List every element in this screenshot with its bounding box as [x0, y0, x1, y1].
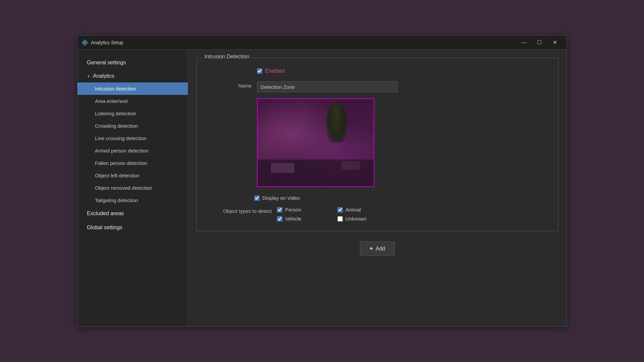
- enabled-row: Enabled: [205, 68, 550, 74]
- sidebar: General settings ▼ Analytics Intrusion d…: [77, 50, 188, 326]
- main-content: Intrusion Detection Enabled Name: [188, 50, 567, 326]
- name-input[interactable]: [257, 81, 398, 92]
- unknown-checkbox[interactable]: [337, 216, 343, 222]
- main-window: Analytics Setup — ☐ ✕ General settings ▼…: [77, 35, 567, 327]
- display-on-video-checkbox[interactable]: [254, 195, 260, 201]
- name-row: Name: [205, 81, 550, 92]
- sidebar-item-armed-person-detection[interactable]: Armed person detection: [77, 144, 188, 157]
- unknown-checkbox-label[interactable]: Unknown: [337, 216, 391, 222]
- sidebar-item-object-removed-detection[interactable]: Object removed detection: [77, 182, 188, 194]
- unknown-label: Unknown: [345, 216, 367, 222]
- titlebar: Analytics Setup — ☐ ✕: [77, 36, 567, 50]
- animal-checkbox[interactable]: [337, 207, 343, 213]
- scene-car-2: [342, 161, 360, 170]
- scene-tree: [327, 102, 347, 142]
- display-on-video-text: Display on Video: [262, 195, 300, 201]
- svg-marker-1: [84, 41, 86, 44]
- sidebar-item-general-settings[interactable]: General settings: [77, 56, 188, 70]
- video-row: [205, 98, 550, 187]
- app-icon: [82, 39, 88, 46]
- add-button[interactable]: + Add: [360, 241, 395, 256]
- video-preview: [257, 98, 374, 187]
- object-types-section: Object types to detect Person Animal: [205, 207, 550, 222]
- vehicle-label: Vehicle: [285, 216, 301, 222]
- sidebar-item-global-settings[interactable]: Global settings: [77, 221, 188, 235]
- panel-title: Intrusion Detection: [202, 54, 252, 60]
- add-button-row: + Add: [196, 241, 558, 256]
- scene-car-1: [271, 163, 294, 173]
- name-label: Name: [205, 81, 252, 88]
- sidebar-item-excluded-areas[interactable]: Excluded areas: [77, 206, 188, 221]
- close-button[interactable]: ✕: [547, 37, 562, 48]
- form-section: Enabled Name: [205, 68, 550, 222]
- object-types-label: Object types to detect: [205, 207, 272, 214]
- sidebar-item-crowding-detection[interactable]: Crowding detection: [77, 120, 188, 132]
- analytics-chevron: ▼: [87, 74, 90, 78]
- person-label: Person: [285, 207, 301, 213]
- window-title: Analytics Setup: [91, 40, 516, 45]
- sidebar-item-fallen-person-detection[interactable]: Fallen person detection: [77, 157, 188, 169]
- sidebar-item-area-enter-exit[interactable]: Area enter/exit: [77, 95, 188, 107]
- enabled-checkbox[interactable]: [257, 68, 262, 74]
- sidebar-item-object-left-detection[interactable]: Object left detection: [77, 169, 188, 182]
- vehicle-checkbox[interactable]: [277, 216, 282, 222]
- animal-label: Animal: [345, 207, 361, 213]
- minimize-button[interactable]: —: [516, 37, 532, 48]
- analytics-label: Analytics: [93, 73, 114, 79]
- sidebar-item-tailgating-detection[interactable]: Tailgating detection: [77, 194, 188, 206]
- vehicle-checkbox-label[interactable]: Vehicle: [277, 216, 331, 222]
- display-on-video-label[interactable]: Display on Video: [254, 195, 300, 201]
- window-controls: — ☐ ✕: [516, 37, 562, 48]
- intrusion-detection-panel: Intrusion Detection Enabled Name: [196, 58, 558, 231]
- animal-checkbox-label[interactable]: Animal: [337, 207, 391, 213]
- enabled-label-text: Enabled: [265, 68, 285, 74]
- video-scene: [258, 99, 374, 186]
- sidebar-item-analytics[interactable]: ▼ Analytics: [77, 70, 188, 82]
- content-area: General settings ▼ Analytics Intrusion d…: [77, 50, 567, 326]
- display-on-video-row: Display on Video: [205, 195, 550, 201]
- enabled-checkbox-label[interactable]: Enabled: [257, 68, 285, 74]
- sidebar-item-loitering-detection[interactable]: Loitering detection: [77, 107, 188, 120]
- object-types-grid: Person Animal Vehicle: [277, 207, 391, 222]
- maximize-button[interactable]: ☐: [532, 37, 547, 48]
- add-button-label: Add: [376, 246, 385, 252]
- sidebar-item-intrusion-detection[interactable]: Intrusion detection: [77, 82, 188, 95]
- person-checkbox[interactable]: [277, 207, 282, 213]
- person-checkbox-label[interactable]: Person: [277, 207, 331, 213]
- plus-icon: +: [370, 245, 373, 252]
- sidebar-item-line-crossing-detection[interactable]: Line crossing detection: [77, 132, 188, 144]
